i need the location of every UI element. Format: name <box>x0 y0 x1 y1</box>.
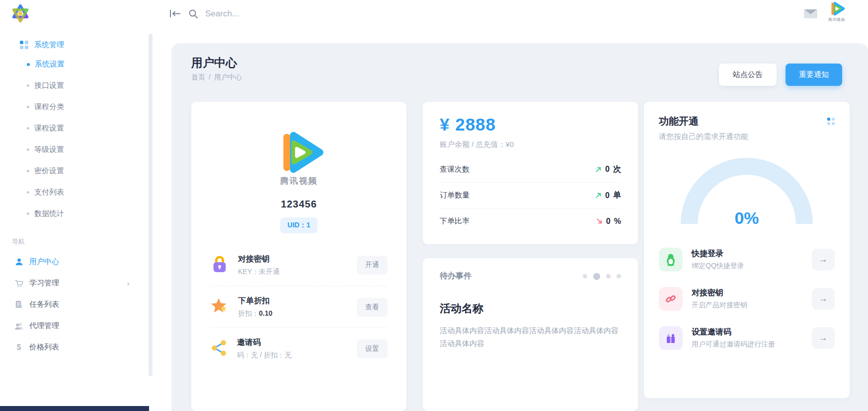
sidebar: 系统管理 系统设置 接口设置 课程分类 课程设置 等级设置 密价设置 支付列表 … <box>0 0 152 411</box>
topbar: 腾讯视频 <box>152 0 868 43</box>
arrow-right-button[interactable]: → <box>812 249 835 271</box>
page-title: 用户中心 <box>191 55 237 70</box>
sidebar-item-user-center[interactable]: 用户中心 <box>0 251 152 273</box>
user-icon <box>14 257 24 267</box>
arrow-right-button[interactable]: → <box>812 288 835 310</box>
sidebar-item-data-stats[interactable]: 数据统计 <box>0 203 152 224</box>
bullet-icon <box>27 127 29 130</box>
cart-icon <box>14 278 24 288</box>
stat-row-lookups: 查课次数 0次 <box>440 156 621 182</box>
todo-header: 待办事件 <box>440 271 472 281</box>
features-title: 功能开通 <box>659 115 699 128</box>
arrow-right-button[interactable]: → <box>812 327 835 349</box>
main-panel: 用户中心 首页/用户中心 站点公告 重要通知 腾讯视频 123456 UID：1 <box>171 43 868 411</box>
features-subtitle: 请您按自己的需求开通功能 <box>659 132 835 141</box>
breadcrumb-current: 用户中心 <box>214 73 242 81</box>
set-invite-button[interactable]: 设置 <box>357 340 388 358</box>
list-item-invite-code: 邀请码 码：无 / 折扣：无 设置 <box>210 328 388 369</box>
carousel-dots <box>583 273 621 280</box>
qq-icon <box>659 248 683 272</box>
stats-rows: 查课次数 0次 订单数量 0单 下单比率 0% <box>440 156 621 234</box>
carousel-dot[interactable] <box>617 274 621 278</box>
gauge-value: 0% <box>734 208 759 228</box>
breadcrumb-home[interactable]: 首页 <box>191 73 205 81</box>
list-item-order-discount: 下单折扣 折扣：0.10 查看 <box>210 286 388 328</box>
activity-body: 活动具体内容活动具体内容活动具体内容活动具体内容活动具体内容 <box>440 324 621 350</box>
important-notice-button[interactable]: 重要通知 <box>786 64 842 86</box>
search-input[interactable] <box>205 6 483 21</box>
gift-icon <box>659 326 683 350</box>
bullet-icon <box>27 212 29 215</box>
balance-amount: ¥ 2888 <box>440 115 621 135</box>
sidebar-item-price-list[interactable]: $ 价格列表 <box>0 337 152 358</box>
breadcrumb: 首页/用户中心 <box>191 73 242 82</box>
account-avatar[interactable]: 腾讯视频 <box>825 1 849 22</box>
feature-item-quick-login: 快捷登录 绑定QQ快捷登录 → <box>659 240 835 279</box>
trend-up-icon <box>595 166 602 173</box>
open-key-button[interactable]: 开通 <box>357 256 388 274</box>
sidebar-scrollbar[interactable] <box>149 34 153 376</box>
trend-down-icon <box>596 218 603 224</box>
feature-item-api-key: 对接密钥 开启产品对接密钥 → <box>659 279 835 318</box>
app-logo-icon[interactable] <box>10 3 31 24</box>
feature-item-invite-code: 设置邀请码 用户可通过邀请码进行注册 → <box>659 318 835 357</box>
sidebar-item-course-settings[interactable]: 课程设置 <box>0 118 152 139</box>
tencent-video-logo <box>271 130 327 177</box>
sidebar-item-system-settings[interactable]: 系统设置 <box>0 54 152 75</box>
sidebar-group-system[interactable]: 系统管理 <box>0 36 152 54</box>
breadcrumb-separator: / <box>209 73 211 81</box>
activity-title: 活动名称 <box>440 301 621 316</box>
chevron-right-icon: › <box>127 278 130 288</box>
brand-caption: 腾讯视频 <box>280 175 318 187</box>
todo-card: 待办事件 活动名称 活动具体内容活动具体内容活动具体内容活动具体内容活动具体内容 <box>423 258 638 411</box>
sidebar-item-study-management[interactable]: 学习管理 › <box>0 273 152 294</box>
bullet-icon <box>27 106 29 108</box>
profile-card: 腾讯视频 123456 UID：1 对接密钥 KEY：未开通 开通 <box>191 102 406 411</box>
profile-feature-list: 对接密钥 KEY：未开通 开通 下单折扣 折扣：0.10 查看 <box>191 244 406 369</box>
bullet-icon <box>27 191 29 194</box>
carousel-dot[interactable] <box>606 274 611 278</box>
carousel-dot[interactable] <box>583 274 587 278</box>
carousel-dot-active[interactable] <box>593 273 600 280</box>
sidebar-menu: 系统管理 系统设置 接口设置 课程分类 课程设置 等级设置 密价设置 支付列表 … <box>0 36 152 358</box>
list-item-api-key: 对接密钥 KEY：未开通 开通 <box>210 244 388 286</box>
sidebar-item-api-settings[interactable]: 接口设置 <box>0 75 152 96</box>
sidebar-bottom-bar <box>0 406 149 411</box>
sidebar-group-label: 系统管理 <box>34 40 64 50</box>
uid-badge: UID：1 <box>280 217 318 233</box>
sidebar-item-level-settings[interactable]: 等级设置 <box>0 139 152 160</box>
trend-up-icon <box>595 192 602 199</box>
grid-icon <box>20 41 28 49</box>
star-icon <box>210 297 229 318</box>
dollar-icon: $ <box>14 342 24 352</box>
share-icon <box>210 339 228 359</box>
features-card: 功能开通 请您按自己的需求开通功能 0% <box>644 102 850 398</box>
profile-username: 123456 <box>281 199 317 210</box>
sidebar-section-label: 导航 <box>0 224 152 251</box>
balance-caption: 账户余额 / 总充值：¥0 <box>440 140 621 149</box>
stat-row-ratio: 下单比率 0% <box>440 208 621 234</box>
view-discount-button[interactable]: 查看 <box>357 298 388 317</box>
balance-card: ¥ 2888 账户余额 / 总充值：¥0 查课次数 0次 订单数量 0单 下单比… <box>423 102 638 244</box>
bullet-icon <box>27 84 29 87</box>
mail-icon[interactable] <box>804 9 817 20</box>
tasks-icon <box>14 300 24 310</box>
brand-caption: 腾讯视频 <box>825 17 849 22</box>
bullet-icon <box>27 170 29 172</box>
bullet-icon <box>27 63 30 66</box>
sidebar-item-secret-price[interactable]: 密价设置 <box>0 160 152 182</box>
site-announcement-button[interactable]: 站点公告 <box>719 64 777 86</box>
sidebar-item-course-category[interactable]: 课程分类 <box>0 96 152 118</box>
bullet-icon <box>27 148 29 151</box>
sidebar-item-task-list[interactable]: 任务列表 <box>0 294 152 315</box>
stat-row-orders: 订单数量 0单 <box>440 182 621 208</box>
sidebar-item-agent-management[interactable]: 代理管理 <box>0 315 152 337</box>
search-icon[interactable] <box>188 9 198 21</box>
features-list: 快捷登录 绑定QQ快捷登录 → 对接密钥 开启产品对接密钥 → <box>659 240 835 357</box>
grid-dots-icon[interactable] <box>827 118 835 125</box>
link-icon <box>659 287 683 311</box>
sidebar-item-payment-list[interactable]: 支付列表 <box>0 182 152 203</box>
collapse-sidebar-icon[interactable] <box>169 9 180 20</box>
progress-gauge: 0% <box>672 148 821 229</box>
lock-icon <box>210 254 229 276</box>
